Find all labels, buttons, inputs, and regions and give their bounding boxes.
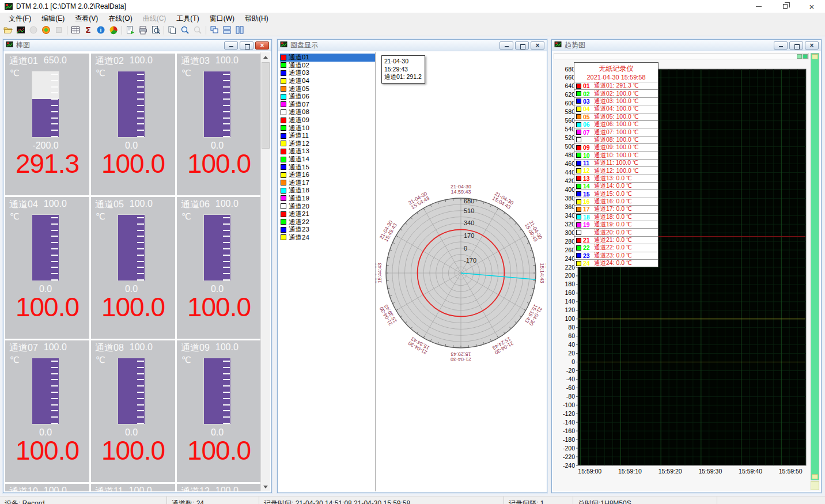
channel-list-item[interactable]: 通道15 [280,163,375,171]
gauge-tick [51,136,58,137]
channel-list-item[interactable]: 通道09 [280,116,375,124]
channel-list-item[interactable]: 通道01 [280,54,375,62]
cascade-windows-icon [210,25,219,35]
bar-maximize-button[interactable] [240,41,253,50]
channel-list-item[interactable]: 通道19 [280,195,375,203]
bar-minimize-button[interactable] [224,41,238,50]
realtime-curve-button[interactable] [14,24,27,36]
scroll-thumb[interactable] [262,62,270,149]
menu-online[interactable]: 在线(O) [103,13,137,25]
menubar: 文件(F)编辑(E)查看(V)在线(O)曲线(C)工具(T)窗口(W)帮助(H) [0,13,825,24]
copy-button[interactable] [166,24,179,36]
channel-list-item[interactable]: 通道11 [280,132,375,140]
close-button[interactable]: × [798,0,825,13]
gauge-tick [223,242,230,243]
channel-list-item[interactable]: 通道14 [280,156,375,164]
channel-list-item[interactable]: 通道17 [280,179,375,187]
trend-maximize-button[interactable] [789,41,803,50]
pie-chart-button[interactable] [107,24,120,36]
disc-maximize-button[interactable] [515,41,529,50]
menu-edit[interactable]: 编辑(E) [36,13,70,25]
gauge-unit: ℃ [96,211,105,222]
gauge-channel-name: 通道12 [181,486,210,491]
menu-help[interactable]: 帮助(H) [240,13,274,25]
toolbar-separator [206,26,206,35]
menu-window[interactable]: 窗口(W) [205,13,240,25]
channel-list-item[interactable]: 通道18 [280,187,375,195]
channel-list-item[interactable]: 通道16 [280,171,375,179]
menu-view[interactable]: 查看(V) [70,13,103,25]
disc-minimize-button[interactable] [499,41,513,50]
open-file-button[interactable] [2,24,14,36]
channel-list-item[interactable]: 通道04 [280,77,375,85]
export-report-button[interactable] [124,24,137,36]
print-button[interactable] [137,24,149,36]
gauge-tick [223,379,230,380]
zoom-button[interactable] [179,24,191,36]
channel-list-item[interactable]: 通道06 [280,93,375,101]
channel-list-item[interactable]: 通道21 [280,210,375,218]
trend-minimize-button[interactable] [774,41,788,50]
vscroll-thumb[interactable] [812,54,818,59]
legend-channel-number: 15 [583,191,592,198]
menu-file[interactable]: 文件(F) [3,13,36,25]
legend-title: 无纸记录仪 [574,63,658,74]
menu-tools[interactable]: 工具(T) [171,13,204,25]
legend-row: 02通道02: 100.0 ℃ [574,89,658,97]
disc-radial-label: 510 [464,207,474,214]
info-button[interactable]: i [94,24,107,36]
channel-list-item[interactable]: 通道20 [280,202,375,210]
svg-text:Σ: Σ [85,25,91,35]
legend-row: 10通道10: 100.0 ℃ [574,151,658,159]
bar-window-scrollbar[interactable] [260,52,270,491]
channel-list-item[interactable]: 通道24 [280,234,375,242]
tile-vertical-button[interactable] [233,24,246,36]
gauge-tick [137,273,144,274]
scroll-up-arrow-icon[interactable] [261,52,270,62]
channel-list-item[interactable]: 通道02 [280,62,375,70]
channel-list-item[interactable]: 通道07 [280,101,375,109]
gauge-tick [137,416,144,418]
channel-list-item[interactable]: 通道03 [280,69,375,77]
restore-button[interactable] [772,0,798,13]
hscroll-thumb[interactable] [803,54,808,59]
scrollbar-corner [811,481,819,490]
hscroll-thumb[interactable] [797,54,802,59]
gauge-cell-3: 通道03100.0℃0.0100.0 [177,54,260,195]
trend-ytick-label: -80 [566,393,575,400]
bar-window-buttons [224,41,269,50]
channel-color-swatch [281,86,286,92]
gauge-tick [137,80,144,81]
gauge-tick [137,261,144,262]
window-title: DTM 2.0.1 [C:\DTM 2.0.2\RealData] [16,2,126,10]
gauge-tick [51,267,58,268]
print-preview-icon [151,25,160,35]
trend-window-titlebar[interactable]: 趋势图 [552,40,821,51]
channel-list-item[interactable]: 通道22 [280,218,375,226]
data-table-button[interactable] [69,24,82,36]
channel-list-item[interactable]: 通道05 [280,85,375,93]
record-active-button[interactable] [40,24,52,36]
scroll-down-arrow-icon[interactable] [261,482,270,491]
sum-button[interactable]: Σ [82,24,94,36]
trend-close-button[interactable] [805,41,819,50]
channel-list-item[interactable]: 通道23 [280,226,375,234]
cascade-windows-button[interactable] [208,24,221,36]
disc-close-button[interactable] [531,41,544,50]
trend-horizontal-scrollbar[interactable] [554,53,809,59]
vscroll-thumb[interactable] [812,474,818,479]
print-preview-button[interactable] [149,24,162,36]
minimize-button[interactable] [745,0,772,13]
gauge-tick [223,361,230,362]
bar-window-titlebar[interactable]: 棒图 [3,40,271,51]
bar-close-button[interactable] [255,41,269,50]
channel-list-item[interactable]: 通道12 [280,140,375,148]
trend-vertical-scrollbar[interactable] [811,53,819,480]
channel-list-item[interactable]: 通道13 [280,147,375,156]
tile-horizontal-button[interactable] [221,24,233,36]
disc-time-label-time: 15:14:43 [539,263,545,283]
channel-list-item[interactable]: 通道08 [280,108,375,116]
disc-window-titlebar[interactable]: 圆盘显示 [278,40,547,51]
channel-list-item[interactable]: 通道10 [280,124,375,132]
gauge-header: 通道06100.0 [177,197,260,211]
